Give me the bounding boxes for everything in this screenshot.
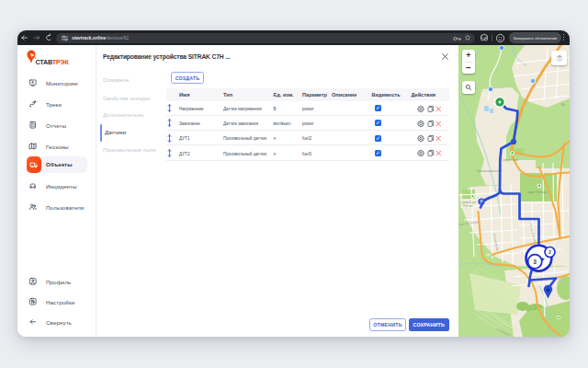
svg-text:России: России (463, 204, 473, 208)
svg-text:сквер Пави: сквер Пави (503, 158, 518, 162)
svg-text:P: P (480, 200, 482, 204)
svg-text:парк Победы: парк Победы (527, 190, 548, 194)
svg-text:3: 3 (533, 259, 537, 265)
svg-text:2: 2 (548, 249, 551, 255)
svg-text:Промышленный: Промышленный (477, 169, 502, 173)
svg-text:Ва: Ва (561, 103, 565, 107)
